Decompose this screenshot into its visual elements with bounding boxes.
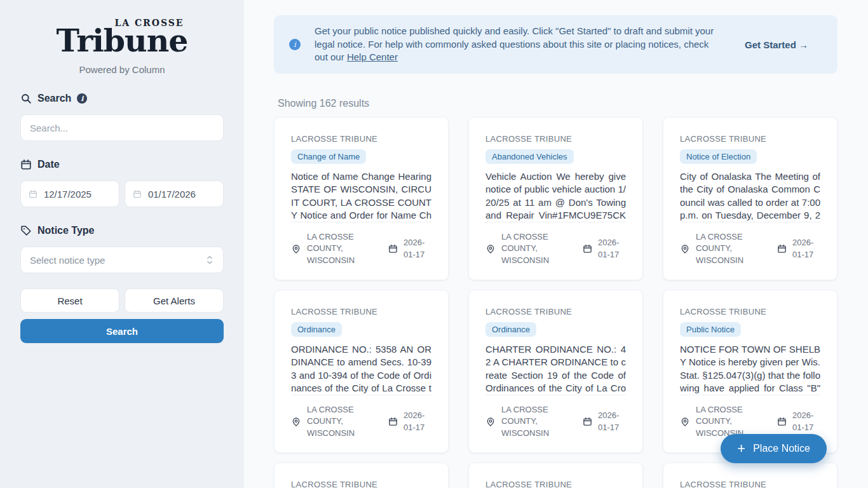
map-pin-icon — [680, 244, 690, 254]
search-info-icon[interactable]: i — [77, 93, 87, 104]
place-notice-label: Place Notice — [753, 443, 810, 454]
calendar-icon — [583, 244, 592, 254]
notice-card[interactable]: LACROSSE TRIBUNE Public Notice — [274, 463, 449, 488]
get-started-banner: i Get your public notice published quick… — [274, 15, 837, 74]
map-pin-icon — [485, 244, 496, 254]
notice-grid: LACROSSE TRIBUNE Change of Name Notice o… — [274, 117, 837, 488]
notice-type-badge: Notice of Election — [680, 149, 757, 164]
calendar-icon — [777, 417, 787, 426]
notice-type-badge: Change of Name — [291, 149, 366, 164]
date-to-input[interactable] — [148, 189, 215, 200]
card-publication: LACROSSE TRIBUNE — [485, 307, 626, 316]
date-to-field[interactable] — [125, 180, 224, 207]
notice-date: 2026-01-17 — [598, 410, 626, 434]
notice-date: 2026-01-17 — [792, 237, 820, 261]
notice-card[interactable]: LACROSSE TRIBUNE Change of Name Notice o… — [274, 117, 449, 280]
notice-excerpt: ORDINANCE NO.: 5358 AN ORDINANCE to amen… — [291, 343, 431, 394]
reset-button[interactable]: Reset — [20, 288, 119, 313]
calendar-icon — [388, 417, 398, 426]
notice-date: 2026-01-17 — [792, 410, 820, 434]
search-input[interactable] — [20, 114, 224, 141]
get-started-link[interactable]: Get Started → — [737, 39, 822, 50]
notice-type-badge: Public Notice — [680, 322, 741, 337]
notice-card[interactable]: LACROSSE TRIBUNE Abandoned Vehicles Vehi… — [468, 117, 643, 280]
notice-type-badge: Ordinance — [291, 322, 342, 337]
help-center-link[interactable]: Help Center — [347, 51, 398, 62]
calendar-icon — [20, 159, 32, 170]
card-publication: LACROSSE TRIBUNE — [680, 307, 820, 316]
notice-location: LA CROSSE COUNTY, WISCONSIN — [696, 231, 771, 268]
publication-logo: LA CROSSE Tribune — [20, 18, 224, 57]
get-alerts-button[interactable]: Get Alerts — [125, 288, 224, 313]
notice-type-select[interactable]: Select notice type — [20, 247, 224, 273]
notice-type-placeholder: Select notice type — [30, 255, 105, 266]
search-icon — [20, 93, 32, 104]
card-publication: LACROSSE TRIBUNE — [291, 480, 431, 488]
map-pin-icon — [680, 417, 690, 427]
notice-card[interactable]: LACROSSE TRIBUNE Ordinance CHARTER ORDIN… — [468, 290, 643, 453]
notice-excerpt: Vehicle Auction We hereby give notice of… — [485, 170, 626, 221]
plus-icon: + — [737, 442, 745, 456]
notice-location: LA CROSSE COUNTY, WISCONSIN — [501, 231, 576, 268]
notice-type-badge: Abandoned Vehicles — [485, 149, 574, 164]
info-icon: i — [289, 39, 301, 50]
notice-date: 2026-01-17 — [403, 410, 431, 434]
card-publication: LACROSSE TRIBUNE — [291, 307, 431, 316]
card-publication: LACROSSE TRIBUNE — [680, 134, 820, 144]
calendar-icon — [133, 189, 142, 200]
notice-excerpt: City of Onalaska The Meeting of the City… — [680, 170, 820, 221]
chevron-up-down-icon — [205, 255, 214, 265]
date-from-field[interactable] — [20, 180, 119, 207]
calendar-icon — [583, 417, 592, 426]
calendar-icon — [388, 244, 398, 254]
results-summary: Showing 162 results — [278, 98, 837, 109]
banner-message: Get your public notice published quickly… — [315, 25, 723, 64]
notice-card[interactable]: LACROSSE TRIBUNE Notice of Election City… — [663, 117, 837, 280]
calendar-icon — [29, 189, 37, 200]
search-button[interactable]: Search — [20, 319, 224, 343]
notice-location: LA CROSSE COUNTY, WISCONSIN — [501, 404, 576, 440]
notice-excerpt: NOTICE FOR TOWN OF SHELBY Notice is here… — [680, 343, 820, 394]
date-section-label: Date — [37, 159, 60, 170]
card-publication: LACROSSE TRIBUNE — [680, 480, 820, 488]
notice-location: LA CROSSE COUNTY, WISCONSIN — [307, 231, 382, 268]
card-publication: LACROSSE TRIBUNE — [291, 134, 431, 144]
notice-type-badge: Ordinance — [485, 322, 536, 337]
notice-type-section: Notice Type Select notice type — [20, 225, 224, 273]
map-pin-icon — [291, 417, 301, 427]
map-pin-icon — [291, 244, 301, 254]
results-main: i Get your public notice published quick… — [244, 0, 868, 488]
calendar-icon — [777, 244, 787, 254]
search-section: Search i — [20, 93, 224, 141]
notice-excerpt: CHARTER ORDINANCE NO.: 42 A CHARTER ORDI… — [485, 343, 626, 394]
date-from-input[interactable] — [44, 189, 111, 200]
notice-type-label: Notice Type — [37, 225, 95, 236]
filter-sidebar: LA CROSSE Tribune Powered by Column Sear… — [0, 0, 244, 488]
notice-card[interactable]: LACROSSE TRIBUNE Ordinance ORDINANCE NO.… — [274, 290, 449, 453]
card-publication: LACROSSE TRIBUNE — [485, 480, 626, 488]
powered-by-column: Powered by Column — [20, 64, 224, 75]
card-publication: LACROSSE TRIBUNE — [485, 134, 626, 144]
notice-date: 2026-01-17 — [403, 237, 431, 261]
notice-card[interactable]: LACROSSE TRIBUNE Public Notice — [468, 463, 643, 488]
notice-location: LA CROSSE COUNTY, WISCONSIN — [307, 404, 382, 440]
tag-icon — [20, 225, 32, 236]
search-section-label: Search — [37, 93, 71, 104]
notice-card[interactable]: LACROSSE TRIBUNE Notice of Election — [663, 463, 837, 488]
map-pin-icon — [485, 417, 496, 427]
notice-excerpt: Notice of Name Change Hearing STATE OF W… — [291, 170, 431, 221]
notice-card[interactable]: LACROSSE TRIBUNE Public Notice NOTICE FO… — [663, 290, 837, 453]
place-notice-button[interactable]: + Place Notice — [721, 434, 827, 463]
date-section: Date — [20, 159, 224, 207]
notice-date: 2026-01-17 — [598, 237, 626, 261]
logo-tribune: Tribune — [56, 25, 187, 57]
